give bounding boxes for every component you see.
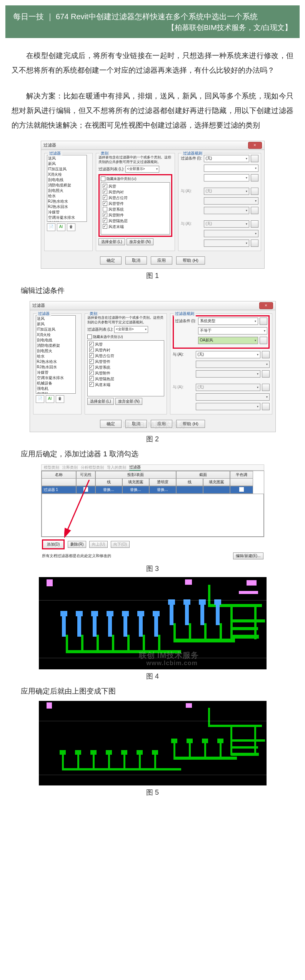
vg-tab[interactable]: 过滤器 bbox=[129, 464, 141, 471]
category-checkbox[interactable] bbox=[103, 190, 107, 194]
vg-tab[interactable]: 注释类别 bbox=[62, 465, 78, 470]
help-button[interactable]: 帮助 (H) bbox=[176, 420, 205, 428]
filter-list-item[interactable]: RJ热水回水 bbox=[48, 204, 86, 210]
filter-list-item[interactable]: X消火栓 bbox=[37, 332, 75, 338]
delete-filter-icon[interactable]: 🗑 bbox=[56, 395, 64, 403]
rule-ellipsis-button[interactable] bbox=[262, 351, 270, 358]
select-all-button[interactable]: 选择全部 (L) bbox=[98, 238, 125, 245]
vg-tab[interactable]: 分析模型类别 bbox=[81, 465, 104, 470]
rule-combo-1b[interactable]: ▾ bbox=[204, 165, 258, 172]
filter-list-item[interactable]: 机械设备 bbox=[48, 220, 86, 222]
filter-list-item[interactable]: 新风 bbox=[48, 161, 86, 166]
vg-row-cfill[interactable] bbox=[203, 486, 230, 494]
rule-ellipsis-button[interactable] bbox=[251, 174, 258, 181]
delete-filter-icon[interactable]: 🗑 bbox=[67, 223, 75, 231]
filter-list-item[interactable]: 冷媒管 bbox=[37, 370, 75, 375]
filter-list-item[interactable]: 刮电电线 bbox=[48, 177, 86, 183]
category-tree-item[interactable]: 风道末端 bbox=[89, 382, 162, 388]
filter-list-item[interactable]: X消火栓 bbox=[48, 172, 86, 177]
deselect-all-button[interactable]: 放弃全部 (N) bbox=[127, 238, 154, 245]
rule-combo-1b[interactable]: 不等于▾ bbox=[198, 327, 267, 334]
category-tree-item[interactable]: 风管隔热层 bbox=[89, 376, 162, 382]
category-checkbox[interactable] bbox=[103, 201, 107, 206]
category-tree-item[interactable]: 风管附件 bbox=[103, 212, 168, 218]
category-tree-item[interactable]: 风管 bbox=[103, 183, 168, 189]
filter-list-item[interactable]: 送风 bbox=[37, 316, 75, 321]
categories-combo[interactable]: <全部显示> ▾ bbox=[125, 166, 159, 173]
category-tree-item[interactable]: 风管占位符 bbox=[103, 195, 168, 201]
filter-list-item[interactable]: 刮电电线 bbox=[37, 338, 75, 343]
close-icon[interactable]: × bbox=[248, 142, 262, 149]
category-checkbox[interactable] bbox=[103, 207, 107, 211]
filter-list-item[interactable]: 给水 bbox=[48, 193, 86, 199]
vg-row-fill-override[interactable]: 替换... bbox=[122, 486, 149, 494]
apply-button[interactable]: 应用 bbox=[151, 256, 172, 265]
filter-listbox[interactable]: 送风新风IT加压送风X消火栓刮电电线消防电缆桥架刮电照火给水RJ热水给水RJ热水… bbox=[36, 315, 76, 394]
ok-button[interactable]: 确定 bbox=[100, 420, 122, 428]
new-filter-icon[interactable]: 📄 bbox=[36, 395, 44, 403]
filter-list-item[interactable]: 消防电缆桥架 bbox=[48, 183, 86, 188]
vg-row-halftone-checkbox[interactable] bbox=[230, 486, 253, 494]
filter-list-item[interactable]: RJ热水给水 bbox=[48, 199, 86, 204]
rule-combo-1a[interactable]: (无)▾ bbox=[204, 155, 249, 162]
category-tree-item[interactable]: 风管 bbox=[89, 341, 162, 347]
vg-tab[interactable]: 导入的类别 bbox=[107, 465, 126, 470]
categories-tree[interactable]: 风管风管内衬风管占位符风管管件风管系统风管附件风管隔热层风道末端 bbox=[101, 182, 170, 235]
category-checkbox[interactable] bbox=[89, 353, 94, 358]
filter-list-item[interactable]: 刮电照火 bbox=[37, 348, 75, 354]
category-tree-item[interactable]: 风管系统 bbox=[103, 206, 168, 212]
filter-list-item[interactable]: 送风 bbox=[48, 156, 86, 161]
category-tree-item[interactable]: 风管附件 bbox=[89, 370, 162, 376]
category-tree-item[interactable]: 风管系统 bbox=[89, 364, 162, 370]
category-tree-item[interactable]: 风管管件 bbox=[103, 201, 168, 206]
filter-list-item[interactable]: 机械设备 bbox=[37, 381, 75, 386]
cancel-button[interactable]: 取消 bbox=[125, 256, 147, 265]
rule-combo-1a[interactable]: 系统类型▾ bbox=[198, 318, 258, 325]
filter-list-item[interactable]: 新风 bbox=[37, 321, 75, 327]
vg-row-trans-override[interactable]: 替换... bbox=[149, 486, 176, 494]
rule-combo-1c[interactable]: OA新风▾ bbox=[198, 337, 258, 344]
rename-filter-icon[interactable]: AI bbox=[57, 223, 65, 231]
filter-list-item[interactable]: 空调冷凝水排水 bbox=[37, 375, 75, 381]
category-tree-item[interactable]: 风管占位符 bbox=[89, 353, 162, 359]
category-tree-item[interactable]: 风管隔热层 bbox=[103, 218, 168, 224]
category-checkbox[interactable] bbox=[89, 371, 94, 375]
category-tree-item[interactable]: 风管管件 bbox=[89, 359, 162, 364]
filter-list-item[interactable]: RJ热水给水 bbox=[37, 359, 75, 364]
vg-row-line-override[interactable]: 替换... bbox=[95, 486, 122, 494]
category-tree-item[interactable]: 风管内衬 bbox=[89, 347, 162, 353]
apply-button[interactable]: 应用 bbox=[151, 420, 172, 428]
filter-list-item[interactable]: 刮电照火 bbox=[48, 188, 86, 193]
filter-list-item[interactable]: 消防电缆桥架 bbox=[37, 343, 75, 348]
filter-list-item[interactable]: 空调机 bbox=[37, 391, 75, 394]
new-filter-icon[interactable]: 📄 bbox=[47, 223, 55, 231]
filter-list-item[interactable]: 冷媒管 bbox=[48, 210, 86, 215]
filter-list-item[interactable]: 空调冷凝水排水 bbox=[48, 215, 86, 220]
vg-row-visibility-checkbox[interactable] bbox=[76, 486, 95, 494]
category-checkbox[interactable] bbox=[89, 376, 94, 381]
categories-tree[interactable]: 风管风管内衬风管占位符风管管件风管系统风管附件风管隔热层风道末端 bbox=[87, 340, 164, 396]
category-tree-item[interactable]: 风道末端 bbox=[103, 224, 168, 230]
rule-combo-2a[interactable]: (无)▾ bbox=[196, 351, 260, 358]
rule-ellipsis-button[interactable] bbox=[251, 155, 258, 162]
category-checkbox[interactable] bbox=[103, 213, 107, 217]
categories-combo[interactable]: <全部显示> ▾ bbox=[114, 326, 148, 333]
vg-row-name[interactable]: 过滤器 1 bbox=[42, 486, 76, 494]
category-tree-item[interactable]: 风管内衬 bbox=[103, 189, 168, 195]
edit-new-button[interactable]: 编辑/新建(E)... bbox=[233, 552, 263, 559]
filter-list-item[interactable]: 给水 bbox=[37, 354, 75, 359]
filter-list-item[interactable]: IT加压送风 bbox=[48, 166, 86, 172]
filter-list-item[interactable]: RJ热水回水 bbox=[37, 364, 75, 370]
deselect-all-button[interactable]: 放弃全部 (N) bbox=[115, 398, 143, 405]
category-checkbox[interactable] bbox=[103, 224, 107, 229]
hide-unchecked-checkbox[interactable] bbox=[101, 176, 105, 181]
help-button[interactable]: 帮助 (H) bbox=[176, 256, 205, 265]
filter-listbox[interactable]: 送风新风IT加压送风X消火栓刮电电线消防电缆桥架刮电照火给水RJ热水给水RJ热水… bbox=[47, 155, 87, 222]
rule-combo-1c[interactable]: ▾ bbox=[204, 174, 249, 181]
category-checkbox[interactable] bbox=[103, 184, 107, 188]
category-checkbox[interactable] bbox=[89, 359, 94, 364]
filter-list-item[interactable]: IT加压送风 bbox=[37, 327, 75, 332]
rename-filter-icon[interactable]: AI bbox=[46, 395, 54, 403]
rule-ellipsis-button[interactable] bbox=[260, 337, 267, 344]
category-checkbox[interactable] bbox=[89, 342, 94, 346]
